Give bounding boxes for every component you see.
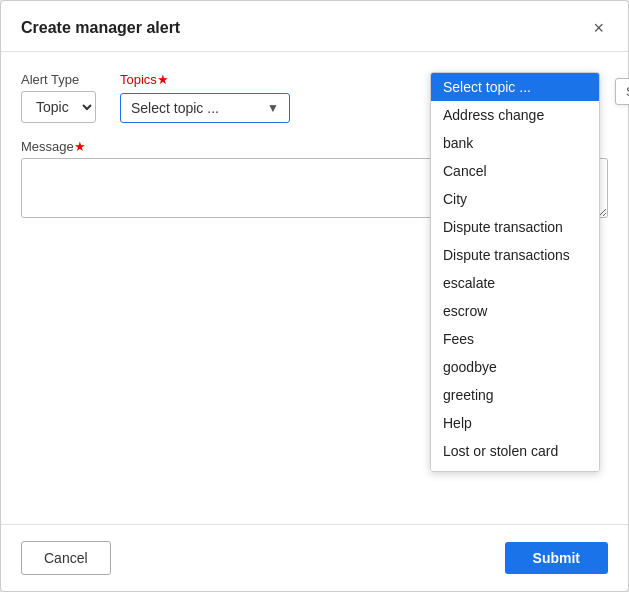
topics-label: Topics★ bbox=[120, 72, 290, 87]
topics-select-button[interactable]: Select topic ... ▼ bbox=[120, 93, 290, 123]
message-required-indicator: ★ bbox=[74, 139, 86, 154]
dropdown-item[interactable]: escrow bbox=[431, 297, 599, 325]
dropdown-item[interactable]: Cancel bbox=[431, 157, 599, 185]
dropdown-item[interactable]: Address change bbox=[431, 101, 599, 129]
alert-type-label: Alert Type bbox=[21, 72, 96, 87]
dropdown-item[interactable]: escalate bbox=[431, 269, 599, 297]
dropdown-item[interactable]: Fees bbox=[431, 325, 599, 353]
topics-select-value: Select topic ... bbox=[131, 100, 219, 116]
dropdown-item[interactable]: Dispute transaction bbox=[431, 213, 599, 241]
chevron-down-icon: ▼ bbox=[267, 101, 279, 115]
dialog-title: Create manager alert bbox=[21, 19, 180, 37]
topics-dropdown-menu: Select topic ...Address changebankCancel… bbox=[430, 72, 600, 472]
alert-type-section: Alert Type Topic bbox=[21, 72, 96, 123]
dropdown-item[interactable]: City bbox=[431, 185, 599, 213]
topics-dropdown: Select topic ...Address changebankCancel… bbox=[430, 72, 600, 472]
create-manager-alert-dialog: Create manager alert × Alert Type Topic … bbox=[0, 0, 629, 592]
submit-button[interactable]: Submit bbox=[505, 542, 608, 574]
dropdown-item[interactable]: greeting bbox=[431, 381, 599, 409]
topics-tooltip: Select topic ... bbox=[615, 78, 629, 105]
dialog-body: Alert Type Topic Topics★ Select topic ..… bbox=[1, 52, 628, 524]
close-button[interactable]: × bbox=[589, 17, 608, 39]
topics-wrapper: Topics★ Select topic ... ▼ Select topic … bbox=[120, 72, 290, 123]
top-row: Alert Type Topic Topics★ Select topic ..… bbox=[21, 72, 608, 123]
dropdown-item[interactable]: bank bbox=[431, 129, 599, 157]
required-indicator: ★ bbox=[157, 72, 169, 87]
dropdown-item[interactable]: Help bbox=[431, 409, 599, 437]
dropdown-item[interactable]: Others bbox=[431, 465, 599, 472]
dialog-header: Create manager alert × bbox=[1, 1, 628, 52]
cancel-button[interactable]: Cancel bbox=[21, 541, 111, 575]
dropdown-item[interactable]: Lost or stolen card bbox=[431, 437, 599, 465]
dropdown-item[interactable]: Dispute transactions bbox=[431, 241, 599, 269]
dropdown-item[interactable]: goodbye bbox=[431, 353, 599, 381]
dropdown-item[interactable]: Select topic ... bbox=[431, 73, 599, 101]
alert-type-select[interactable]: Topic bbox=[21, 91, 96, 123]
dialog-footer: Cancel Submit bbox=[1, 524, 628, 591]
